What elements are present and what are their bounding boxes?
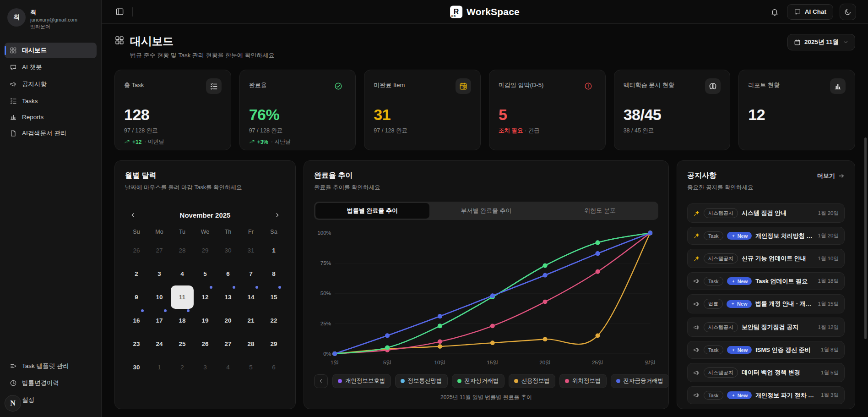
calendar-day-30-out[interactable]: 30 <box>217 239 239 262</box>
calendar-day-29[interactable]: 29 <box>262 332 285 356</box>
calendar-day-31-out[interactable]: 31 <box>239 239 262 262</box>
calendar-clock-icon <box>456 78 471 94</box>
notifications-button[interactable] <box>769 6 781 18</box>
sidebar-item-label: Reports <box>22 114 43 121</box>
calendar-day-12[interactable]: 12 <box>194 285 217 309</box>
data-point <box>438 340 442 344</box>
task-dot <box>233 286 235 289</box>
day-number: 2 <box>135 270 138 277</box>
notice-title: 보안팀 정기점검 공지 <box>742 323 814 331</box>
sidebar-item-0[interactable]: 대시보드 <box>5 43 97 58</box>
notice-item-1[interactable]: TaskNew개인정보 처리방침 업데이트…1월 20일 <box>687 227 845 245</box>
topbar-actions: AI Chat <box>769 4 856 20</box>
calendar-day-26-out[interactable]: 26 <box>125 239 148 262</box>
calendar-day-26[interactable]: 26 <box>194 332 217 356</box>
theme-toggle-button[interactable] <box>840 4 856 20</box>
stat-value: 5 <box>499 106 596 124</box>
notice-item-6[interactable]: TaskNewISMS 인증 갱신 준비1월 8일 <box>687 341 845 359</box>
calendar-day-5-out[interactable]: 5 <box>239 356 262 379</box>
calendar-day-1-out[interactable]: 1 <box>148 356 171 379</box>
sidebar-item-2[interactable]: 공지사항 <box>5 77 97 92</box>
legend-chip-5[interactable]: 전자금융거래법 <box>611 374 669 388</box>
calendar-day-11[interactable]: 11 <box>171 285 194 309</box>
month-filter-dropdown[interactable]: 2025년 11월 <box>787 34 855 50</box>
day-number: 27 <box>224 340 231 347</box>
calendar-day-3-out[interactable]: 3 <box>194 356 217 379</box>
calendar-day-23[interactable]: 23 <box>125 332 148 356</box>
calendar-day-4-out[interactable]: 4 <box>217 356 239 379</box>
calendar-day-28[interactable]: 28 <box>239 332 262 356</box>
calendar-day-27[interactable]: 27 <box>217 332 239 356</box>
sidebar-toggle-button[interactable] <box>114 5 126 18</box>
calendar-day-15[interactable]: 15 <box>262 285 285 309</box>
calendar-day-24[interactable]: 24 <box>148 332 171 356</box>
calendar-month-label: November 2025 <box>180 211 231 219</box>
calendar-day-20[interactable]: 20 <box>217 309 239 332</box>
calendar-day-30[interactable]: 30 <box>125 356 148 379</box>
calendar-day-2-out[interactable]: 2 <box>171 356 194 379</box>
calendar-day-17[interactable]: 17 <box>148 309 171 332</box>
sidebar-item-3[interactable]: Tasks <box>5 93 97 108</box>
page-scrollbar[interactable] <box>864 137 867 339</box>
calendar-day-6[interactable]: 6 <box>217 262 239 285</box>
sidebar-item-label: 법률변경이력 <box>22 379 59 387</box>
calendar-day-25[interactable]: 25 <box>171 332 194 356</box>
calendar-day-21[interactable]: 21 <box>239 309 262 332</box>
chev-left-icon <box>130 212 136 219</box>
sidebar-item-5[interactable]: AI검색문서 관리 <box>5 126 97 141</box>
task-dot <box>164 309 167 312</box>
user-profile[interactable]: 최 최 junoxury@gmail.com 잇라운더 <box>5 7 97 31</box>
chev-left-icon <box>318 378 324 384</box>
reports-icon <box>830 78 846 94</box>
notice-item-2[interactable]: 시스템공지신규 기능 업데이트 안내1월 10일 <box>687 249 845 268</box>
calendar-day-5[interactable]: 5 <box>194 262 217 285</box>
legend-chip-4[interactable]: 위치정보법 <box>559 374 607 388</box>
calendar-day-7[interactable]: 7 <box>239 262 262 285</box>
calendar-day-6-out[interactable]: 6 <box>262 356 285 379</box>
chart-tab-0[interactable]: 법률별 완료율 추이 <box>315 203 429 219</box>
legend-chip-3[interactable]: 신용정보법 <box>509 374 556 388</box>
calendar-day-14[interactable]: 14 <box>239 285 262 309</box>
calendar-day-22[interactable]: 22 <box>262 309 285 332</box>
megaphone-icon <box>693 392 700 399</box>
calendar-day-10[interactable]: 10 <box>148 285 171 309</box>
notices-more-button[interactable]: 더보기 <box>817 171 845 181</box>
legend-chip-2[interactable]: 전자상거래법 <box>452 374 505 388</box>
sidebar-footer-item-1[interactable]: 법률변경이력 <box>5 375 97 391</box>
notice-item-5[interactable]: 시스템공지보안팀 정기점검 공지1월 12일 <box>687 318 845 337</box>
dashboard-icon <box>114 35 125 45</box>
sidebar-item-4[interactable]: Reports <box>5 110 97 124</box>
calendar-day-3[interactable]: 3 <box>148 262 171 285</box>
notice-item-3[interactable]: TaskNewTask 업데이트 필요1월 18일 <box>687 272 845 290</box>
notice-item-4[interactable]: 법률New법률 개정 안내 - 개인정보보…1월 15일 <box>687 294 845 313</box>
floating-widget-button[interactable]: N <box>5 395 21 412</box>
logo-mark-icon: RKD <box>450 5 462 18</box>
calendar-next-button[interactable] <box>272 210 282 220</box>
legend-chip-1[interactable]: 정보통신망법 <box>395 374 448 388</box>
legend-chip-0[interactable]: 개인정보보호법 <box>332 374 391 388</box>
calendar-day-9[interactable]: 9 <box>125 285 148 309</box>
legend-scroll-left-button[interactable] <box>314 374 328 388</box>
day-number: 11 <box>179 294 185 301</box>
ai-chat-button[interactable]: AI Chat <box>787 4 833 20</box>
notice-item-0[interactable]: 시스템공지시스템 점검 안내1월 20일 <box>687 203 845 223</box>
calendar-day-19[interactable]: 19 <box>194 309 217 332</box>
calendar-day-13[interactable]: 13 <box>217 285 239 309</box>
calendar-day-29-out[interactable]: 29 <box>194 239 217 262</box>
calendar-day-8[interactable]: 8 <box>262 262 285 285</box>
legend-color-dot <box>514 379 518 383</box>
calendar-day-4[interactable]: 4 <box>171 262 194 285</box>
notice-item-8[interactable]: TaskNew개인정보 파기 절차 업데이트1월 3일 <box>687 386 845 404</box>
calendar-prev-button[interactable] <box>128 210 138 220</box>
chart-tab-1[interactable]: 부서별 완료율 추이 <box>429 203 543 219</box>
calendar-day-16[interactable]: 16 <box>125 309 148 332</box>
calendar-day-18[interactable]: 18 <box>171 309 194 332</box>
notice-item-7[interactable]: 시스템공지데이터 백업 정책 변경1월 5일 <box>687 363 845 382</box>
sidebar-footer-item-0[interactable]: Task 템플릿 관리 <box>5 358 97 374</box>
calendar-day-27-out[interactable]: 27 <box>148 239 171 262</box>
sidebar-item-1[interactable]: AI 챗봇 <box>5 60 97 75</box>
calendar-day-28-out[interactable]: 28 <box>171 239 194 262</box>
calendar-day-2[interactable]: 2 <box>125 262 148 285</box>
calendar-day-1[interactable]: 1 <box>262 239 285 262</box>
chart-tab-2[interactable]: 위험도 분포 <box>543 203 657 219</box>
